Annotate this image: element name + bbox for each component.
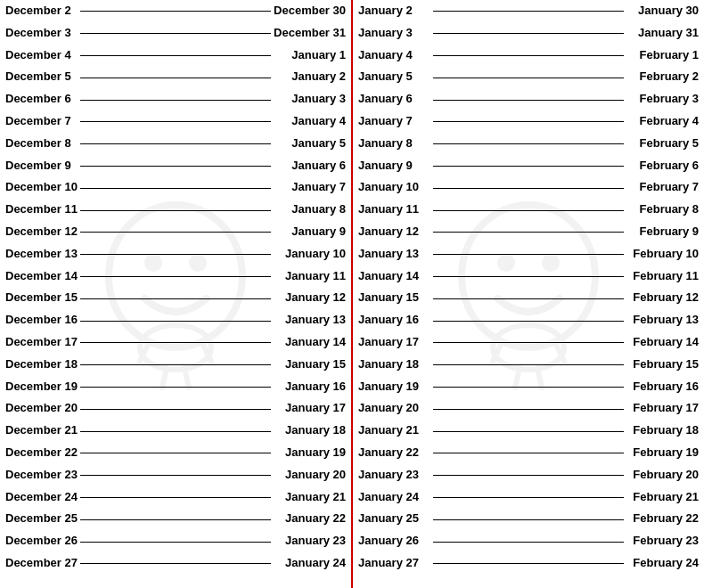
table-row: January 14February 11 [353, 265, 704, 288]
date-left: January 20 [358, 399, 419, 418]
date-right: January 17 [285, 399, 346, 418]
date-right: February 5 [640, 135, 699, 153]
date-left: December 8 [5, 135, 71, 153]
table-row: December 9January 6 [0, 155, 351, 177]
date-right: December 30 [274, 2, 346, 20]
date-left: January 3 [358, 24, 413, 43]
table-row: January 26February 23 [353, 530, 704, 552]
date-left: December 5 [5, 68, 71, 86]
table-row: December 10January 7 [0, 176, 351, 199]
table-row: January 3January 31 [353, 22, 704, 45]
table-row: January 19February 16 [353, 376, 704, 398]
table-row: January 23February 20 [353, 464, 704, 486]
date-left: December 23 [5, 466, 78, 485]
date-right: January 18 [285, 421, 346, 440]
table-row: December 8January 5 [0, 133, 351, 155]
date-left: January 8 [358, 135, 413, 153]
date-left: January 22 [358, 444, 419, 462]
date-right: February 4 [640, 112, 699, 131]
table-row: January 24February 21 [353, 486, 704, 509]
table-row: December 22January 19 [0, 442, 351, 464]
table-row: December 18January 15 [0, 354, 351, 376]
date-left: January 5 [358, 68, 413, 86]
table-row: January 16February 13 [353, 309, 704, 331]
table-row: January 12February 9 [353, 221, 704, 243]
table-row: December 13January 10 [0, 243, 351, 265]
table-row: January 8February 5 [353, 133, 704, 155]
date-left: December 19 [5, 378, 78, 396]
date-left: January 7 [358, 112, 413, 131]
date-left: January 25 [358, 510, 419, 528]
date-left: December 11 [5, 200, 78, 219]
table-row: January 20February 17 [353, 397, 704, 420]
date-right: January 10 [285, 245, 346, 264]
table-row: January 27February 24 [353, 552, 704, 575]
date-left: December 9 [5, 157, 71, 176]
date-right: January 3 [291, 90, 346, 109]
date-left: January 19 [358, 378, 419, 396]
date-right: January 15 [285, 355, 346, 374]
date-left: December 27 [5, 554, 78, 573]
column-0: December 2December 30December 3December … [0, 0, 353, 588]
date-left: January 12 [358, 223, 419, 241]
table-row: December 23January 20 [0, 464, 351, 486]
table-row: December 14January 11 [0, 265, 351, 288]
date-left: January 14 [358, 267, 419, 286]
date-right: January 16 [285, 378, 346, 396]
date-right: January 1 [291, 46, 346, 65]
table-row: January 21February 18 [353, 420, 704, 442]
date-right: February 19 [633, 444, 699, 462]
date-right: January 23 [285, 532, 346, 551]
date-right: January 13 [285, 311, 346, 330]
table-row: December 26January 23 [0, 530, 351, 552]
main-container: December 2December 30December 3December … [0, 0, 704, 588]
date-left: January 23 [358, 466, 419, 485]
date-left: January 18 [358, 355, 419, 374]
date-right: January 20 [285, 466, 346, 485]
table-row: January 15February 12 [353, 287, 704, 309]
date-left: January 2 [358, 2, 413, 20]
date-right: January 8 [291, 200, 346, 219]
date-right: December 31 [274, 24, 346, 43]
table-row: December 15January 12 [0, 287, 351, 309]
date-right: January 24 [285, 554, 346, 573]
date-left: December 13 [5, 245, 78, 264]
table-row: December 11January 8 [0, 199, 351, 221]
date-right: January 31 [638, 24, 699, 43]
date-left: January 24 [358, 488, 419, 507]
date-right: January 2 [291, 68, 346, 86]
date-left: December 4 [5, 46, 71, 65]
table-row: January 11February 8 [353, 199, 704, 221]
table-row: January 25February 22 [353, 508, 704, 530]
column-1: January 2January 30January 3January 31Ja… [353, 0, 704, 588]
table-row: December 25January 22 [0, 508, 351, 530]
table-row: December 17January 14 [0, 331, 351, 354]
table-row: December 12January 9 [0, 221, 351, 243]
date-left: December 6 [5, 90, 71, 109]
table-row: January 10February 7 [353, 176, 704, 199]
date-right: January 14 [285, 333, 346, 352]
date-left: December 18 [5, 355, 78, 374]
date-right: February 12 [633, 289, 699, 307]
date-left: January 9 [358, 157, 413, 176]
table-row: January 7February 4 [353, 110, 704, 133]
date-right: February 9 [640, 223, 699, 241]
date-right: February 13 [633, 311, 699, 330]
date-left: December 17 [5, 333, 78, 352]
date-right: January 21 [285, 488, 346, 507]
date-right: January 12 [285, 289, 346, 307]
date-left: December 3 [5, 24, 71, 43]
date-right: January 4 [291, 112, 346, 131]
date-right: January 22 [285, 510, 346, 528]
date-right: February 18 [633, 421, 699, 440]
table-row: December 21January 18 [0, 420, 351, 442]
date-left: December 20 [5, 399, 78, 418]
date-left: January 21 [358, 421, 419, 440]
table-row: December 16January 13 [0, 309, 351, 331]
table-row: December 2December 30 [0, 0, 351, 22]
date-left: December 15 [5, 289, 78, 307]
table-row: January 17February 14 [353, 331, 704, 354]
date-right: February 8 [640, 200, 699, 219]
table-row: December 5January 2 [0, 66, 351, 88]
date-right: February 3 [640, 90, 699, 109]
